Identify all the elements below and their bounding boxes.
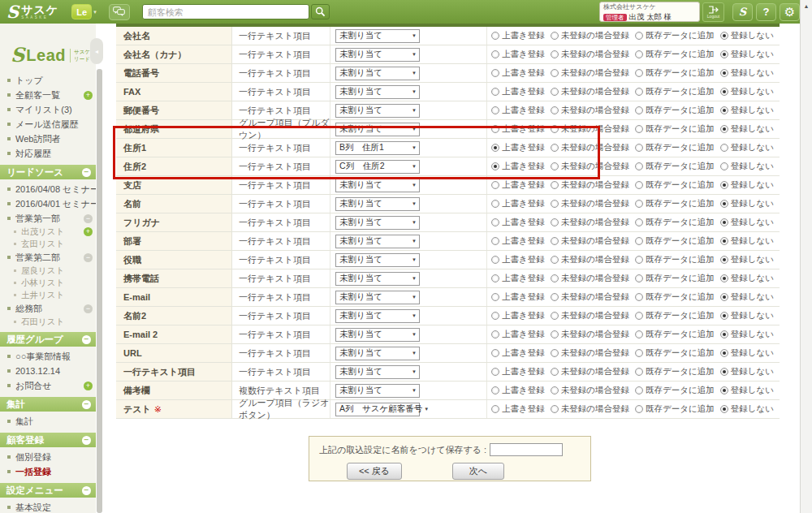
radio-option[interactable]: 上書き登録 [491, 273, 545, 284]
sidebar-collapse-handle[interactable]: ◂ [90, 38, 103, 64]
radio-button[interactable] [720, 69, 728, 77]
column-assign-select[interactable]: C列 住所2▼ [335, 160, 420, 174]
radio-button[interactable] [551, 274, 559, 282]
radio-button[interactable] [491, 368, 499, 376]
radio-button[interactable] [720, 50, 728, 58]
radio-button[interactable] [720, 181, 728, 189]
radio-button[interactable] [635, 405, 643, 413]
radio-option[interactable]: 登録しない [720, 142, 774, 153]
radio-button[interactable] [551, 293, 559, 301]
radio-button[interactable] [720, 218, 728, 226]
radio-option[interactable]: 登録しない [720, 347, 774, 359]
radio-button[interactable] [635, 218, 643, 226]
setting-name-input[interactable] [490, 443, 563, 456]
radio-button[interactable] [491, 181, 499, 189]
radio-option[interactable]: 未登録の場合登録 [551, 329, 629, 340]
radio-button[interactable] [720, 144, 728, 152]
radio-button[interactable] [491, 256, 499, 264]
radio-option[interactable]: 上書き登録 [491, 123, 545, 135]
sidebar-item[interactable]: 石田リスト [0, 316, 96, 328]
radio-button[interactable] [635, 274, 643, 282]
next-button[interactable]: 次へ [452, 463, 504, 480]
chevron-down-icon[interactable]: ▾ [93, 9, 97, 15]
radio-button[interactable] [491, 218, 499, 226]
radio-button[interactable] [491, 386, 499, 394]
radio-button[interactable] [635, 50, 643, 58]
column-assign-select[interactable]: 未割り当て▼ [335, 85, 420, 99]
radio-option[interactable]: 既存データに追加 [635, 161, 715, 172]
radio-button[interactable] [551, 386, 559, 394]
sidebar-item[interactable]: 小林リスト [0, 277, 96, 289]
radio-button[interactable] [551, 181, 559, 189]
radio-option[interactable]: 既存データに追加 [635, 310, 715, 321]
radio-button[interactable] [491, 162, 499, 170]
radio-option[interactable]: 未登録の場合登録 [551, 235, 629, 247]
sidebar-scrollbar[interactable] [97, 69, 102, 513]
radio-option[interactable]: 未登録の場合登録 [551, 123, 629, 135]
column-assign-select[interactable]: A列 サスケ顧客番号▼ [335, 403, 420, 416]
radio-button[interactable] [491, 349, 499, 357]
radio-option[interactable]: 未登録の場合登録 [551, 347, 629, 359]
radio-button[interactable] [635, 162, 643, 170]
expand-plus-icon[interactable]: + [84, 227, 93, 236]
radio-option[interactable]: 上書き登録 [491, 235, 545, 247]
radio-option[interactable]: 上書き登録 [491, 198, 545, 209]
logout-button[interactable]: Logout [702, 2, 724, 22]
radio-button[interactable] [551, 330, 559, 338]
scroll-up-icon[interactable]: ▲ [801, 3, 812, 9]
radio-button[interactable] [720, 386, 728, 394]
column-assign-select[interactable]: 未割り当て▼ [335, 235, 420, 248]
collapse-minus-icon[interactable]: − [82, 486, 91, 495]
radio-button[interactable] [635, 386, 643, 394]
sidebar-item[interactable]: 全顧客一覧+ [0, 88, 96, 102]
radio-option[interactable]: 既存データに追加 [635, 235, 715, 247]
expand-plus-icon[interactable]: + [84, 91, 93, 100]
back-button[interactable]: << 戻る [347, 463, 402, 480]
column-assign-select[interactable]: 未割り当て▼ [335, 291, 420, 304]
radio-option[interactable]: 既存データに追加 [635, 179, 715, 191]
radio-button[interactable] [635, 200, 643, 208]
radio-option[interactable]: 既存データに追加 [635, 347, 715, 359]
sidebar-item[interactable]: 屋良リスト [0, 265, 96, 277]
radio-button[interactable] [551, 349, 559, 357]
radio-option[interactable]: 未登録の場合登録 [551, 254, 629, 265]
sidebar-item[interactable]: 2013.12.14 [0, 364, 96, 378]
radio-option[interactable]: 上書き登録 [491, 179, 545, 191]
radio-option[interactable]: 登録しない [720, 49, 774, 60]
radio-button[interactable] [491, 293, 499, 301]
radio-option[interactable]: 未登録の場合登録 [551, 142, 629, 153]
radio-button[interactable] [635, 88, 643, 96]
radio-button[interactable] [551, 237, 559, 245]
radio-option[interactable]: 未登録の場合登録 [551, 198, 629, 209]
sidebar-section-header[interactable]: 顧客登録− [0, 433, 96, 447]
radio-option[interactable]: 登録しない [720, 30, 774, 41]
radio-option[interactable]: 既存データに追加 [635, 123, 715, 135]
sidebar-item[interactable]: 2016/04/01 セミナー [0, 196, 96, 211]
radio-button[interactable] [551, 256, 559, 264]
sidebar-item[interactable]: トップ [0, 73, 96, 88]
column-assign-select[interactable]: 未割り当て▼ [335, 67, 420, 80]
search-input[interactable] [142, 4, 309, 19]
column-assign-select[interactable]: 未割り当て▼ [335, 365, 420, 379]
radio-option[interactable]: 既存データに追加 [635, 30, 715, 41]
radio-button[interactable] [635, 32, 643, 40]
column-assign-select[interactable]: 未割り当て▼ [335, 253, 420, 267]
radio-option[interactable]: 未登録の場合登録 [551, 67, 629, 79]
radio-button[interactable] [635, 256, 643, 264]
column-assign-select[interactable]: 未割り当て▼ [335, 48, 420, 62]
radio-option[interactable]: 未登録の場合登録 [551, 291, 629, 303]
radio-option[interactable]: 未登録の場合登録 [551, 49, 629, 60]
radio-option[interactable]: 上書き登録 [491, 161, 545, 172]
radio-option[interactable]: 登録しない [720, 86, 774, 97]
radio-button[interactable] [720, 125, 728, 133]
radio-button[interactable] [491, 274, 499, 282]
sidebar-item[interactable]: 2016/04/08 セミナー [0, 182, 96, 196]
radio-button[interactable] [635, 293, 643, 301]
radio-button[interactable] [551, 218, 559, 226]
radio-option[interactable]: 既存データに追加 [635, 273, 715, 284]
sidebar-item[interactable]: 営業第一部− [0, 211, 96, 226]
sidebar-section-header[interactable]: 設定メニュー− [0, 483, 96, 498]
radio-option[interactable]: 既存データに追加 [635, 86, 715, 97]
column-assign-select[interactable]: 未割り当て▼ [335, 197, 420, 211]
radio-button[interactable] [635, 144, 643, 152]
